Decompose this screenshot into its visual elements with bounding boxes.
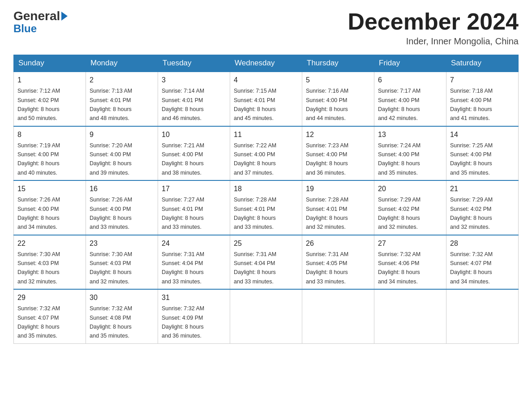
day-number: 24 [162, 238, 226, 249]
logo: General Blue [13, 9, 68, 35]
day-info: Sunrise: 7:26 AMSunset: 4:00 PMDaylight:… [90, 197, 132, 230]
table-row: 11 Sunrise: 7:22 AMSunset: 4:00 PMDaylig… [230, 126, 302, 181]
week-row-4: 22 Sunrise: 7:30 AMSunset: 4:03 PMDaylig… [14, 235, 519, 290]
day-info: Sunrise: 7:32 AMSunset: 4:07 PMDaylight:… [17, 305, 60, 339]
day-info: Sunrise: 7:18 AMSunset: 4:00 PMDaylight:… [450, 88, 493, 121]
day-info: Sunrise: 7:16 AMSunset: 4:00 PMDaylight:… [306, 88, 348, 121]
table-row: 16 Sunrise: 7:26 AMSunset: 4:00 PMDaylig… [86, 180, 158, 235]
day-info: Sunrise: 7:14 AMSunset: 4:01 PMDaylight:… [162, 88, 204, 121]
day-number: 2 [90, 75, 154, 86]
day-number: 20 [378, 184, 442, 194]
calendar-table: Sunday Monday Tuesday Wednesday Thursday… [13, 55, 519, 344]
header: General Blue December 2024 Inder, Inner … [13, 9, 519, 47]
day-number: 4 [234, 75, 298, 86]
day-info: Sunrise: 7:28 AMSunset: 4:01 PMDaylight:… [234, 197, 276, 230]
table-row: 4 Sunrise: 7:15 AMSunset: 4:01 PMDayligh… [230, 72, 302, 126]
table-row: 20 Sunrise: 7:29 AMSunset: 4:02 PMDaylig… [374, 180, 446, 235]
day-number: 6 [378, 75, 442, 86]
day-number: 1 [17, 75, 82, 86]
table-row: 13 Sunrise: 7:24 AMSunset: 4:00 PMDaylig… [374, 126, 446, 181]
day-number: 5 [306, 75, 370, 86]
day-number: 10 [162, 129, 226, 140]
week-row-5: 29 Sunrise: 7:32 AMSunset: 4:07 PMDaylig… [14, 289, 519, 343]
calendar-header-row: Sunday Monday Tuesday Wednesday Thursday… [14, 55, 519, 72]
day-number: 23 [90, 238, 154, 249]
col-tuesday: Tuesday [158, 55, 230, 72]
table-row: 6 Sunrise: 7:17 AMSunset: 4:00 PMDayligh… [374, 72, 446, 126]
day-number: 11 [234, 129, 298, 140]
table-row: 8 Sunrise: 7:19 AMSunset: 4:00 PMDayligh… [14, 126, 86, 181]
table-row: 9 Sunrise: 7:20 AMSunset: 4:00 PMDayligh… [86, 126, 158, 181]
col-thursday: Thursday [302, 55, 374, 72]
day-info: Sunrise: 7:32 AMSunset: 4:06 PMDaylight:… [378, 251, 420, 285]
day-number: 13 [378, 129, 442, 140]
day-number: 25 [234, 238, 298, 249]
table-row: 22 Sunrise: 7:30 AMSunset: 4:03 PMDaylig… [14, 235, 86, 290]
day-info: Sunrise: 7:23 AMSunset: 4:00 PMDaylight:… [306, 142, 348, 176]
day-number: 19 [306, 184, 370, 194]
table-row: 12 Sunrise: 7:23 AMSunset: 4:00 PMDaylig… [302, 126, 374, 181]
day-info: Sunrise: 7:31 AMSunset: 4:04 PMDaylight:… [162, 251, 204, 285]
col-saturday: Saturday [446, 55, 519, 72]
day-info: Sunrise: 7:31 AMSunset: 4:05 PMDaylight:… [306, 251, 348, 285]
day-info: Sunrise: 7:27 AMSunset: 4:01 PMDaylight:… [162, 197, 204, 230]
day-info: Sunrise: 7:21 AMSunset: 4:00 PMDaylight:… [162, 142, 204, 176]
table-row [302, 289, 374, 343]
day-number: 14 [450, 129, 515, 140]
day-info: Sunrise: 7:19 AMSunset: 4:00 PMDaylight:… [17, 142, 60, 176]
day-number: 31 [162, 292, 226, 303]
day-info: Sunrise: 7:32 AMSunset: 4:08 PMDaylight:… [90, 305, 132, 339]
day-info: Sunrise: 7:13 AMSunset: 4:01 PMDaylight:… [90, 88, 132, 121]
logo-general-text: General [13, 9, 60, 23]
day-number: 30 [90, 292, 154, 303]
day-number: 26 [306, 238, 370, 249]
table-row: 3 Sunrise: 7:14 AMSunset: 4:01 PMDayligh… [158, 72, 230, 126]
table-row: 1 Sunrise: 7:12 AMSunset: 4:02 PMDayligh… [14, 72, 86, 126]
day-info: Sunrise: 7:25 AMSunset: 4:00 PMDaylight:… [450, 142, 493, 176]
table-row: 26 Sunrise: 7:31 AMSunset: 4:05 PMDaylig… [302, 235, 374, 290]
day-info: Sunrise: 7:24 AMSunset: 4:00 PMDaylight:… [378, 142, 420, 176]
day-number: 21 [450, 184, 515, 194]
page-title: December 2024 [348, 9, 519, 34]
table-row: 23 Sunrise: 7:30 AMSunset: 4:03 PMDaylig… [86, 235, 158, 290]
day-info: Sunrise: 7:32 AMSunset: 4:07 PMDaylight:… [450, 251, 493, 285]
day-info: Sunrise: 7:26 AMSunset: 4:00 PMDaylight:… [17, 197, 60, 230]
day-info: Sunrise: 7:17 AMSunset: 4:00 PMDaylight:… [378, 88, 420, 121]
day-number: 29 [17, 292, 82, 303]
table-row: 27 Sunrise: 7:32 AMSunset: 4:06 PMDaylig… [374, 235, 446, 290]
day-info: Sunrise: 7:15 AMSunset: 4:01 PMDaylight:… [234, 88, 276, 121]
col-monday: Monday [86, 55, 158, 72]
table-row: 30 Sunrise: 7:32 AMSunset: 4:08 PMDaylig… [86, 289, 158, 343]
day-number: 27 [378, 238, 442, 249]
day-number: 22 [17, 238, 82, 249]
table-row: 14 Sunrise: 7:25 AMSunset: 4:00 PMDaylig… [446, 126, 519, 181]
day-number: 15 [17, 184, 82, 194]
table-row [230, 289, 302, 343]
table-row: 29 Sunrise: 7:32 AMSunset: 4:07 PMDaylig… [14, 289, 86, 343]
table-row: 31 Sunrise: 7:32 AMSunset: 4:09 PMDaylig… [158, 289, 230, 343]
day-number: 17 [162, 184, 226, 194]
week-row-2: 8 Sunrise: 7:19 AMSunset: 4:00 PMDayligh… [14, 126, 519, 181]
day-info: Sunrise: 7:12 AMSunset: 4:02 PMDaylight:… [17, 88, 60, 121]
day-number: 16 [90, 184, 154, 194]
day-info: Sunrise: 7:32 AMSunset: 4:09 PMDaylight:… [162, 305, 204, 339]
day-info: Sunrise: 7:31 AMSunset: 4:04 PMDaylight:… [234, 251, 276, 285]
table-row: 18 Sunrise: 7:28 AMSunset: 4:01 PMDaylig… [230, 180, 302, 235]
table-row: 10 Sunrise: 7:21 AMSunset: 4:00 PMDaylig… [158, 126, 230, 181]
table-row: 21 Sunrise: 7:29 AMSunset: 4:02 PMDaylig… [446, 180, 519, 235]
week-row-3: 15 Sunrise: 7:26 AMSunset: 4:00 PMDaylig… [14, 180, 519, 235]
col-sunday: Sunday [14, 55, 86, 72]
day-info: Sunrise: 7:30 AMSunset: 4:03 PMDaylight:… [17, 251, 60, 285]
day-number: 18 [234, 184, 298, 194]
table-row [446, 289, 519, 343]
table-row: 28 Sunrise: 7:32 AMSunset: 4:07 PMDaylig… [446, 235, 519, 290]
table-row: 7 Sunrise: 7:18 AMSunset: 4:00 PMDayligh… [446, 72, 519, 126]
col-friday: Friday [374, 55, 446, 72]
day-number: 3 [162, 75, 226, 86]
day-info: Sunrise: 7:20 AMSunset: 4:00 PMDaylight:… [90, 142, 132, 176]
col-wednesday: Wednesday [230, 55, 302, 72]
logo-blue-text: Blue [13, 22, 37, 34]
title-area: December 2024 Inder, Inner Mongolia, Chi… [348, 9, 519, 47]
table-row: 25 Sunrise: 7:31 AMSunset: 4:04 PMDaylig… [230, 235, 302, 290]
table-row: 24 Sunrise: 7:31 AMSunset: 4:04 PMDaylig… [158, 235, 230, 290]
